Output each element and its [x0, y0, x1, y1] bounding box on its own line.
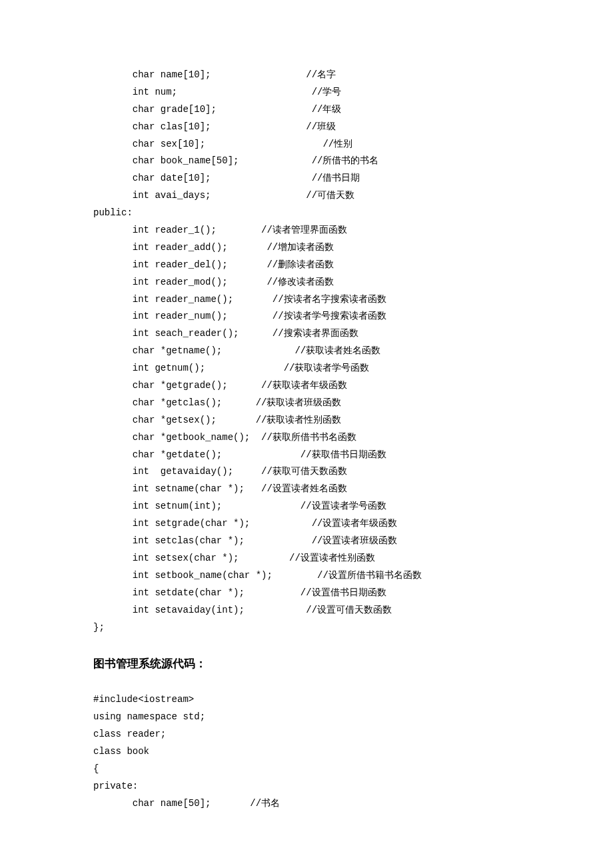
- code-block-top: char name[10]; //名字 int num; //学号 char g…: [93, 67, 520, 636]
- code-block-bottom: #include<iostream> using namespace std; …: [93, 691, 520, 812]
- section-heading: 图书管理系统源代码：: [93, 656, 520, 671]
